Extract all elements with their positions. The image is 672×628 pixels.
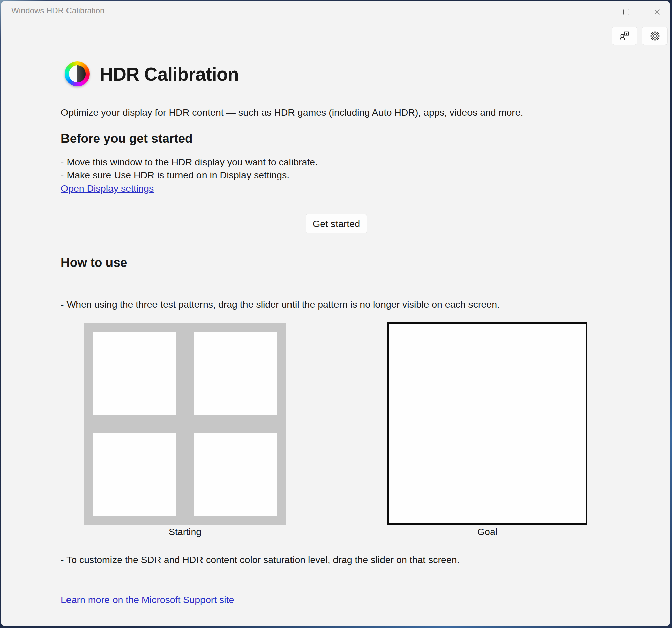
open-display-settings-link[interactable]: Open Display settings — [61, 182, 154, 195]
window-title: Windows HDR Calibration — [11, 6, 104, 16]
starting-caption: Starting — [84, 526, 286, 537]
gear-icon — [649, 30, 661, 42]
feedback-button[interactable] — [611, 26, 638, 45]
logo-inner-circle — [69, 66, 86, 82]
before-bullet-usehdr: - Make sure Use HDR is turned on in Disp… — [61, 169, 289, 182]
goal-caption: Goal — [387, 526, 587, 537]
before-section-heading: Before you get started — [61, 131, 193, 146]
app-window: Windows HDR Calibration HDR Calibration … — [1, 1, 670, 626]
minimize-button[interactable] — [587, 7, 602, 17]
goal-illustration — [387, 322, 587, 525]
starting-pattern-illustration — [84, 323, 286, 525]
how-bullet-saturation: - To customize the SDR and HDR content c… — [61, 553, 460, 566]
pattern-cell — [194, 433, 277, 516]
page-title: HDR Calibration — [100, 62, 239, 86]
minimize-icon — [591, 12, 598, 12]
maximize-icon — [623, 9, 629, 15]
pattern-cell — [93, 433, 176, 516]
how-bullet-patterns: - When using the three test patterns, dr… — [61, 298, 500, 311]
close-icon — [653, 8, 661, 16]
how-section-heading: How to use — [61, 256, 127, 270]
learn-more-link[interactable]: Learn more on the Microsoft Support site — [61, 594, 234, 606]
settings-button[interactable] — [642, 26, 668, 45]
feedback-icon — [619, 30, 631, 42]
before-bullet-move: - Move this window to the HDR display yo… — [61, 156, 318, 169]
pattern-cell — [93, 332, 176, 415]
close-button[interactable] — [649, 7, 665, 17]
get-started-button[interactable]: Get started — [306, 214, 367, 233]
hdr-calibration-logo-icon — [65, 61, 90, 86]
pattern-cell — [194, 332, 277, 415]
maximize-button[interactable] — [619, 7, 634, 17]
intro-text: Optimize your display for HDR content — … — [61, 106, 523, 119]
